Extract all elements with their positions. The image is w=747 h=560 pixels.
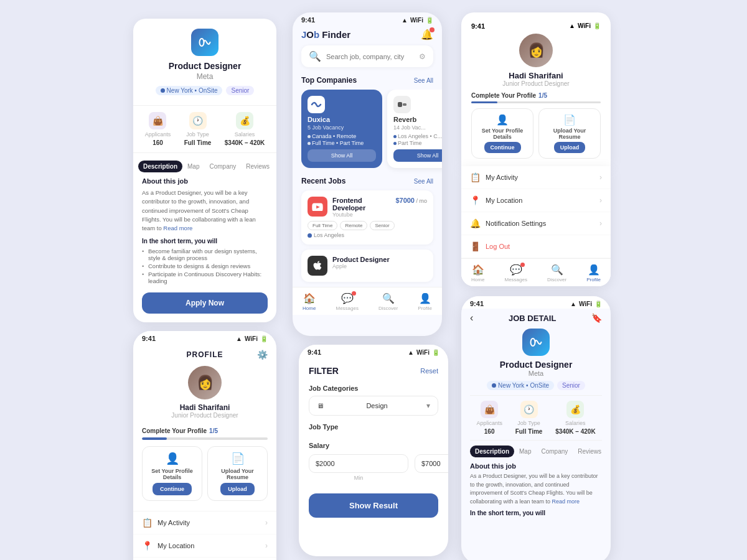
see-all-companies[interactable]: See All	[414, 77, 433, 84]
reverb-show-all-button[interactable]: Show All	[393, 149, 442, 162]
right-avatar: 👩	[519, 34, 553, 67]
notification-icon[interactable]: 🔔	[421, 29, 433, 40]
show-result-button[interactable]: Show Result	[309, 493, 438, 518]
salary-min-input[interactable]	[309, 454, 408, 473]
tag-fulltime: Full Time	[308, 221, 337, 230]
jd-tab-company[interactable]: Company	[536, 446, 573, 457]
filter-time: 9:41	[308, 348, 321, 356]
applicants-icon: 👜	[149, 112, 166, 129]
salary-max-input[interactable]	[415, 454, 448, 473]
rp-discover-icon: 🔍	[551, 264, 563, 276]
tab-description[interactable]: Description	[138, 161, 182, 172]
jd-level-tag: Senior	[557, 381, 585, 390]
see-all-jobs[interactable]: See All	[414, 178, 433, 185]
rp-menu-activity[interactable]: 📋 My Activity ›	[461, 166, 611, 189]
tab-map[interactable]: Map	[182, 161, 204, 172]
rp-nav-home[interactable]: 🏠 Home	[471, 264, 484, 282]
home-icon: 🏠	[303, 292, 316, 304]
job-title: Product Designer	[169, 61, 242, 71]
nav-messages[interactable]: 💬 Messages	[336, 292, 358, 311]
tab-reviews[interactable]: Reviews	[241, 161, 275, 172]
chevron-right-icon: ›	[599, 196, 602, 205]
jd-stat-applicants: 👜 Applicants 160	[476, 401, 502, 435]
menu-item-location[interactable]: 📍 My Location ›	[133, 534, 276, 558]
about-title: About this job	[142, 177, 268, 185]
profile-name: Hadi Sharifani	[133, 403, 276, 412]
rp-card-resume: 📄 Upload Your Resume Upload	[538, 108, 601, 159]
rp-continue-button[interactable]: Continue	[484, 142, 521, 153]
nav-profile[interactable]: 👤 Profile	[418, 292, 432, 311]
discover-label: Discover	[378, 306, 398, 311]
rp-menu-location[interactable]: 📍 My Location ›	[461, 189, 611, 212]
jobtype-icon: 🕐	[189, 112, 207, 129]
cp-progress-bar	[142, 437, 268, 440]
profile-status-icons: ▲WiFi🔋	[236, 335, 268, 342]
jd-about-title: About this job	[470, 462, 602, 470]
filter-icon[interactable]: ⚙	[419, 52, 426, 61]
duxica-show-all-button[interactable]: Show All	[308, 149, 376, 162]
tab-company[interactable]: Company	[204, 161, 241, 172]
right-profile-status: 9:41 ▲WiFi🔋	[471, 22, 601, 34]
continue-button[interactable]: Continue	[153, 483, 192, 495]
rp-nav-messages[interactable]: 💬 Messages	[504, 264, 527, 282]
search-input[interactable]	[326, 53, 414, 60]
top-companies-header: Top Companies See All	[293, 73, 442, 90]
rp-upload-button[interactable]: Upload	[554, 142, 586, 153]
upload-button[interactable]: Upload	[220, 483, 255, 495]
filter-reset-button[interactable]: Reset	[420, 367, 438, 375]
filter-status: 9:41 ▲WiFi🔋	[299, 345, 448, 357]
cp-cards: 👤 Set Your Profile Details Continue 📄 Up…	[142, 446, 268, 501]
jd-read-more[interactable]: Read more	[552, 498, 580, 505]
job-item-frontend[interactable]: Frontend Developer Youtube $7000 / mo Fu…	[301, 190, 433, 245]
apply-now-button[interactable]: Apply Now	[142, 292, 268, 314]
recent-jobs-title: Recent Jobs	[301, 177, 345, 185]
svg-point-0	[200, 39, 204, 46]
rp-cards: 👤 Set Your Profile Details Continue 📄 Up…	[471, 108, 601, 166]
location-label: My Location	[157, 542, 194, 549]
youtube-logo	[308, 197, 327, 217]
jd-tab-map[interactable]: Map	[514, 446, 536, 457]
menu-item-activity[interactable]: 📋 My Activity ›	[133, 511, 276, 534]
rp-menu-logout[interactable]: 🚪 Log Out	[461, 235, 611, 258]
jd-tab-reviews[interactable]: Reviews	[573, 446, 606, 457]
upload-icon: 📄	[231, 452, 245, 465]
company-card-reverb[interactable]: Reverb 14 Job Vac... Los Angeles • C... …	[387, 90, 442, 168]
level-tag: Senior	[226, 86, 254, 95]
jd-company: Meta	[470, 370, 602, 377]
stat-salaries: 💰 Salaries $340K – 420K	[225, 112, 265, 146]
nav-home[interactable]: 🏠 Home	[303, 292, 316, 311]
rp-nav-discover[interactable]: 🔍 Discover	[547, 264, 566, 282]
job-categories-dropdown[interactable]: 🖥 Design ▾	[309, 396, 438, 416]
rp-nav-profile[interactable]: 👤 Profile	[586, 264, 601, 282]
right-menu-card: 📋 My Activity › 📍 My Location › 🔔 Notifi…	[461, 166, 611, 286]
chevron-down-icon: ▾	[426, 401, 430, 410]
rp-home-icon: 🏠	[472, 264, 484, 276]
finder-time: 9:41	[301, 16, 315, 24]
read-more-link[interactable]: Read more	[163, 225, 192, 231]
jd-tab-description[interactable]: Description	[470, 446, 514, 457]
back-button[interactable]: ‹	[470, 312, 473, 324]
discover-icon: 🔍	[382, 292, 395, 304]
company-card-duxica[interactable]: Duxica 5 Job Vacancy Canada • Remote Ful…	[301, 90, 382, 168]
job-categories-section: Job Categories 🖥 Design ▾	[299, 381, 448, 419]
jd-shortterm-title: In the short term, you will	[470, 510, 602, 516]
gear-icon[interactable]: ⚙️	[257, 350, 268, 360]
job-item-product-designer[interactable]: Product Designer Apple	[301, 250, 433, 282]
cp-upload-label: Upload Your Resume	[213, 468, 262, 480]
reverb-location: Los Angeles • C...	[393, 133, 442, 139]
svg-rect-1	[398, 102, 402, 107]
bookmark-icon[interactable]: 🔖	[591, 313, 602, 323]
nav-discover[interactable]: 🔍 Discover	[378, 292, 398, 311]
list-item: Contribute to designs & design reviews	[142, 262, 268, 270]
frontend-location: Los Angeles	[308, 232, 427, 238]
finder-status-icons: ▲WiFi🔋	[402, 17, 433, 24]
rp-notifications-label: Notification Settings	[486, 220, 546, 227]
home-label: Home	[303, 306, 316, 311]
rp-menu-notifications[interactable]: 🔔 Notification Settings ›	[461, 212, 611, 235]
location-icon: 📍	[142, 541, 153, 551]
jd-phone-status: 9:41 ▲WiFi🔋	[461, 296, 611, 309]
job-type-label: Job Type	[309, 423, 438, 431]
filter-phone: 9:41 ▲WiFi🔋 FILTER Reset Job Categories …	[299, 345, 448, 556]
duxica-location: Canada • Remote	[308, 133, 376, 139]
rp-notification-icon: 🔔	[470, 218, 481, 228]
